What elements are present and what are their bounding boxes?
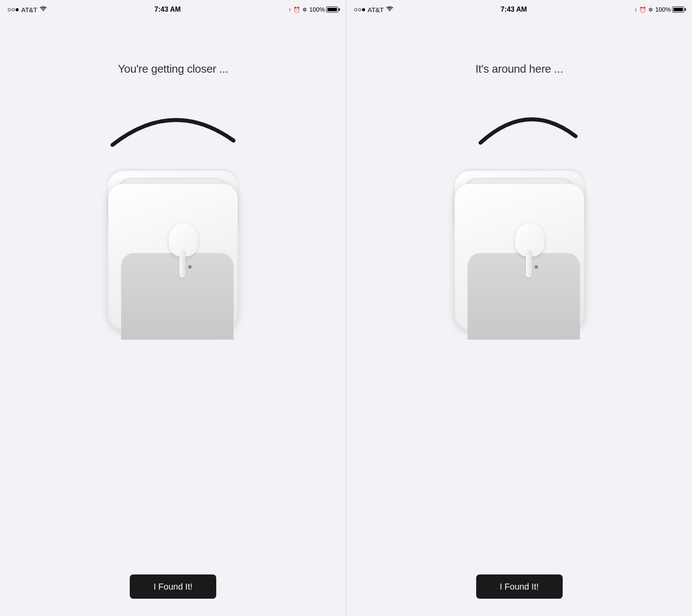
battery-text-right: 100% [655, 6, 671, 13]
wifi-icon-left [40, 6, 47, 13]
airpod-right-right [513, 223, 552, 279]
found-it-button-left[interactable]: I Found It! [130, 574, 216, 599]
proximity-text-left: You're getting closer ... [118, 62, 228, 76]
battery-icon-left [326, 6, 338, 13]
airpod-dot-right [535, 265, 538, 269]
found-it-label-left: I Found It! [154, 582, 192, 592]
alarm-icon-left: ⏰ [293, 6, 300, 13]
left-content: You're getting closer ... Designed AXXFY… [0, 19, 346, 616]
signal-dot-r1 [354, 8, 357, 11]
status-right-left: ↑ ⏰ ✲ 100% [288, 6, 338, 13]
status-right-right: ↑ ⏰ ✲ 100% [634, 6, 684, 13]
signal-dots-right [354, 8, 365, 11]
arc-container-left [0, 102, 346, 162]
airpod-stem-right [526, 250, 532, 278]
signal-dots-left [8, 8, 19, 11]
signal-dot-2 [12, 8, 15, 11]
status-bar-left: AT&T 7:43 AM ↑ ⏰ ✲ 100% [0, 0, 346, 19]
arc-svg-left [99, 106, 247, 158]
signal-dot-3 [16, 8, 19, 11]
battery-text-left: 100% [309, 6, 325, 13]
battery-right: 100% [655, 6, 684, 13]
location-icon-right: ↑ [634, 6, 638, 13]
wifi-icon-right [386, 6, 393, 13]
status-bar-right: AT&T 7:43 AM ↑ ⏰ ✲ 100% [346, 0, 692, 19]
airpod-dot-left [188, 265, 192, 269]
found-it-label-right: I Found It! [500, 582, 538, 592]
airpod-right-left [167, 223, 205, 279]
arc-container-right [346, 102, 692, 162]
battery-icon-right [672, 6, 684, 13]
status-left-right: AT&T [354, 6, 393, 13]
location-icon-left: ↑ [288, 6, 292, 13]
airpod-stem-left [179, 250, 186, 278]
signal-dot-1 [8, 8, 11, 11]
airpods-case-right: Designed AXXFY12X2XXXXXMade In China EMC… [450, 171, 589, 335]
right-panel: AT&T 7:43 AM ↑ ⏰ ✲ 100% [346, 0, 692, 616]
signal-dot-r3 [362, 8, 365, 11]
bluetooth-icon-right: ✲ [648, 6, 653, 13]
alarm-icon-right: ⏰ [639, 6, 646, 13]
time-left: 7:43 AM [154, 6, 181, 13]
found-it-button-right[interactable]: I Found It! [476, 574, 563, 599]
left-panel: AT&T 7:43 AM ↑ ⏰ ✲ 100% [0, 0, 346, 616]
arc-svg-right [446, 106, 593, 158]
time-right: 7:43 AM [501, 6, 527, 13]
airpods-case-left: Designed AXXFY12X2XXXXXMade In China EMC… [104, 171, 242, 335]
right-content: It's around here ... Designed AXXFY12X2X… [346, 19, 692, 616]
proximity-text-right: It's around here ... [475, 62, 563, 76]
bluetooth-icon-left: ✲ [302, 6, 307, 13]
carrier-left: AT&T [21, 6, 37, 13]
status-left-left: AT&T [8, 6, 47, 13]
carrier-right: AT&T [368, 6, 384, 13]
battery-left: 100% [309, 6, 338, 13]
signal-dot-r2 [358, 8, 361, 11]
